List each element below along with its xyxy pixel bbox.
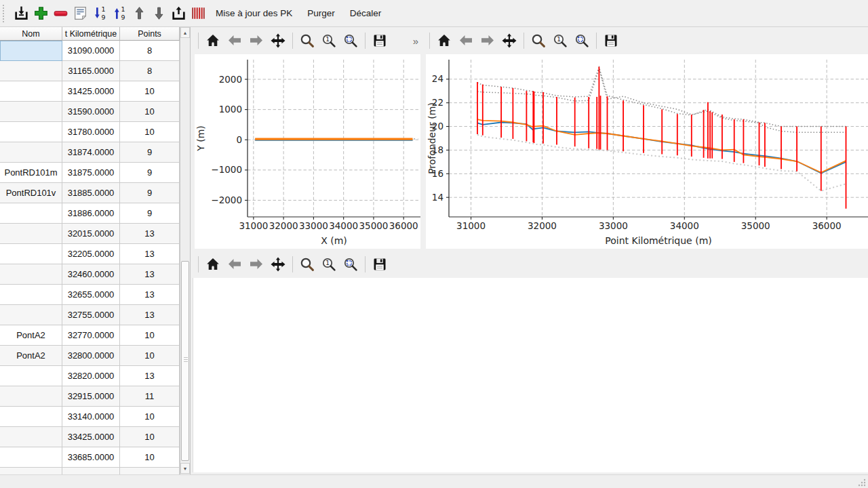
back-button[interactable] <box>224 254 245 274</box>
nom-cell[interactable] <box>0 41 62 61</box>
move-up-button[interactable] <box>130 3 149 24</box>
zoom-one-button[interactable]: 1 <box>319 30 339 51</box>
column-header-point-kilometrique[interactable]: t Kilométrique <box>62 27 120 41</box>
empty-plot-canvas[interactable] <box>193 278 868 472</box>
export-button[interactable] <box>169 3 189 24</box>
scroll-down-button[interactable]: ▼ <box>180 463 190 474</box>
pk-cell[interactable]: 31874.0000 <box>62 142 120 163</box>
points-cell[interactable]: 13 <box>120 244 180 264</box>
pk-cell[interactable]: 33140.0000 <box>62 407 120 427</box>
points-cell[interactable]: 9 <box>120 203 180 224</box>
points-cell[interactable]: 9 <box>120 183 180 203</box>
nom-cell[interactable] <box>0 305 62 325</box>
save-button[interactable] <box>601 30 621 51</box>
pk-cell[interactable]: 32800.0000 <box>62 346 120 366</box>
pk-cell[interactable]: 33425.0000 <box>62 427 120 447</box>
points-cell[interactable]: 8 <box>120 41 180 61</box>
home-button[interactable] <box>203 30 223 51</box>
import-button[interactable] <box>12 3 31 24</box>
back-button[interactable] <box>456 30 476 51</box>
nom-cell[interactable] <box>0 407 62 427</box>
zoom-fit-button[interactable] <box>572 30 592 51</box>
nom-cell[interactable]: PontA2 <box>0 346 62 366</box>
toolbar-drag-handle[interactable] <box>3 5 8 22</box>
nom-cell[interactable] <box>0 203 62 224</box>
forward-button[interactable] <box>246 254 267 274</box>
pan-button[interactable] <box>268 30 288 51</box>
pk-cell[interactable]: 32655.0000 <box>62 285 120 305</box>
points-cell[interactable]: 11 <box>120 386 180 407</box>
nom-cell[interactable]: PontA2 <box>0 325 62 346</box>
home-button[interactable] <box>203 254 223 274</box>
nom-cell[interactable] <box>0 81 62 102</box>
pk-cell[interactable]: 31885.0000 <box>62 183 120 203</box>
pan-button[interactable] <box>268 254 288 274</box>
nom-cell[interactable] <box>0 244 62 264</box>
points-cell[interactable]: 13 <box>120 224 180 244</box>
points-cell[interactable]: 10 <box>120 122 180 142</box>
nom-cell[interactable] <box>0 285 62 305</box>
forward-button[interactable] <box>246 30 267 51</box>
remove-button[interactable] <box>51 3 71 24</box>
purge-button[interactable]: Purger <box>300 3 342 24</box>
back-button[interactable] <box>224 30 245 51</box>
pk-cell[interactable]: 31780.0000 <box>62 122 120 142</box>
zoom-button[interactable] <box>297 30 317 51</box>
pk-cell[interactable]: 31875.0000 <box>62 163 120 183</box>
pk-cell[interactable]: 32770.0000 <box>62 325 120 346</box>
zoom-button[interactable] <box>297 254 317 274</box>
points-cell[interactable]: 10 <box>120 407 180 427</box>
points-cell[interactable]: 10 <box>120 81 180 102</box>
nom-cell[interactable] <box>0 366 62 386</box>
pk-cell[interactable]: 31165.0000 <box>62 61 120 81</box>
pk-cell[interactable]: 32755.0000 <box>62 305 120 325</box>
update-pk-button[interactable]: Mise à jour des PK <box>208 3 300 24</box>
column-header-points[interactable]: Points <box>120 27 180 41</box>
pk-cell[interactable]: 32205.0000 <box>62 244 120 264</box>
profile-chart-canvas[interactable]: 3100032000330003400035000360001416182022… <box>426 54 868 249</box>
nom-cell[interactable] <box>0 427 62 447</box>
points-cell[interactable]: 10 <box>120 325 180 346</box>
nom-cell[interactable] <box>0 142 62 163</box>
pk-cell[interactable]: 33685.0000 <box>62 447 120 468</box>
nom-cell[interactable] <box>0 61 62 81</box>
shift-button[interactable]: Décaler <box>342 3 389 24</box>
move-down-button[interactable] <box>149 3 169 24</box>
scrollbar-thumb[interactable] <box>181 261 189 461</box>
points-cell[interactable]: 10 <box>120 102 180 122</box>
points-cell[interactable]: 10 <box>120 447 180 468</box>
points-cell[interactable]: 9 <box>120 163 180 183</box>
home-button[interactable] <box>434 30 454 51</box>
column-header-nom[interactable]: Nom <box>0 27 62 41</box>
points-cell[interactable]: 13 <box>120 264 180 285</box>
nom-cell[interactable]: PontRD101v <box>0 183 62 203</box>
nom-cell[interactable] <box>0 447 62 468</box>
resize-grip-icon[interactable] <box>858 479 866 487</box>
zoom-fit-button[interactable] <box>340 30 361 51</box>
points-cell[interactable]: 13 <box>120 285 180 305</box>
pk-cell[interactable]: 32460.0000 <box>62 264 120 285</box>
zoom-button[interactable] <box>528 30 549 51</box>
nom-cell[interactable] <box>0 264 62 285</box>
zoom-one-button[interactable]: 1 <box>319 254 339 274</box>
nom-cell[interactable] <box>0 386 62 407</box>
nom-cell[interactable] <box>0 468 62 474</box>
pk-cell[interactable]: 32915.0000 <box>62 386 120 407</box>
pk-cell[interactable]: 32820.0000 <box>62 366 120 386</box>
save-button[interactable] <box>370 30 390 51</box>
pan-button[interactable] <box>499 30 519 51</box>
table-scrollbar[interactable]: ▲ ▼ <box>180 27 190 474</box>
notes-button[interactable] <box>71 3 90 24</box>
zoom-fit-button[interactable] <box>340 254 361 274</box>
points-cell[interactable]: 13 <box>120 366 180 386</box>
pk-cell[interactable]: 31590.0000 <box>62 102 120 122</box>
profiles-button[interactable] <box>189 3 208 24</box>
zoom-one-button[interactable]: 1 <box>550 30 570 51</box>
points-cell[interactable]: 13 <box>120 305 180 325</box>
scroll-up-button[interactable]: ▲ <box>180 27 190 38</box>
nom-cell[interactable] <box>0 122 62 142</box>
sort-ascending-button[interactable]: 19 <box>110 3 130 24</box>
save-button[interactable] <box>370 254 390 274</box>
nom-cell[interactable] <box>0 224 62 244</box>
pk-cell[interactable]: 31886.0000 <box>62 203 120 224</box>
